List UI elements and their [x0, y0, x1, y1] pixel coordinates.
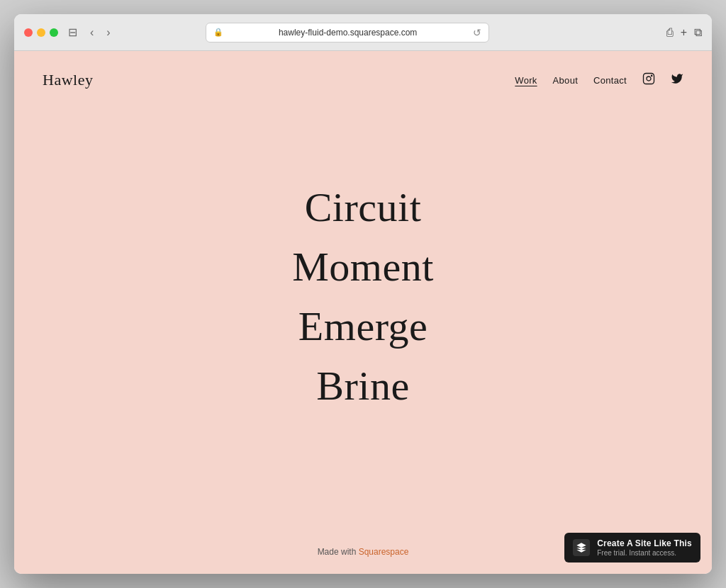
svg-point-1 — [647, 77, 651, 81]
site-logo[interactable]: Hawley — [43, 71, 93, 89]
main-content: Circuit Moment Emerge Brine — [14, 103, 712, 533]
traffic-light-close[interactable] — [24, 28, 33, 37]
project-list: Circuit Moment Emerge Brine — [292, 178, 434, 416]
share-button[interactable]: ⎙ — [666, 26, 674, 39]
badge-subtitle: Free trial. Instant access. — [597, 549, 692, 557]
svg-rect-0 — [644, 74, 654, 84]
squarespace-link[interactable]: Squarespace — [359, 547, 409, 557]
duplicate-button[interactable]: ⧉ — [694, 26, 702, 39]
new-tab-button[interactable]: + — [681, 26, 687, 39]
traffic-light-minimize[interactable] — [37, 28, 45, 37]
project-item-brine[interactable]: Brine — [316, 356, 409, 416]
badge-text: Create A Site Like This Free trial. Inst… — [597, 538, 692, 557]
traffic-lights — [24, 28, 58, 37]
squarespace-badge[interactable]: Create A Site Like This Free trial. Inst… — [564, 533, 700, 562]
forward-button[interactable]: › — [104, 26, 113, 40]
project-item-emerge[interactable]: Emerge — [298, 297, 428, 356]
project-item-moment[interactable]: Moment — [292, 237, 434, 297]
page-content: Hawley Work About Contact — [14, 51, 712, 574]
lock-icon: 🔒 — [213, 28, 223, 37]
badge-logo-icon — [573, 539, 590, 556]
address-bar[interactable]: 🔒 hawley-fluid-demo.squarespace.com ↺ — [206, 23, 489, 43]
url-text: hawley-fluid-demo.squarespace.com — [228, 28, 469, 38]
twitter-icon[interactable] — [671, 72, 683, 88]
project-item-circuit[interactable]: Circuit — [305, 178, 422, 237]
site-header: Hawley Work About Contact — [14, 51, 712, 103]
traffic-light-maximize[interactable] — [50, 28, 58, 37]
browser-chrome: ⊟ ‹ › 🔒 hawley-fluid-demo.squarespace.co… — [14, 14, 712, 51]
nav-link-contact[interactable]: Contact — [593, 75, 627, 86]
reload-icon[interactable]: ↺ — [473, 27, 481, 38]
back-button[interactable]: ‹ — [87, 26, 96, 40]
browser-window: ⊟ ‹ › 🔒 hawley-fluid-demo.squarespace.co… — [14, 14, 712, 574]
sidebar-toggle-button[interactable]: ⊟ — [65, 26, 80, 40]
svg-point-2 — [652, 75, 652, 76]
nav-link-about[interactable]: About — [553, 75, 578, 86]
badge-title: Create A Site Like This — [597, 538, 692, 548]
browser-actions: ⎙ + ⧉ — [666, 26, 702, 39]
site-nav: Work About Contact — [515, 72, 683, 88]
instagram-icon[interactable] — [642, 72, 655, 88]
nav-link-work[interactable]: Work — [515, 75, 537, 86]
